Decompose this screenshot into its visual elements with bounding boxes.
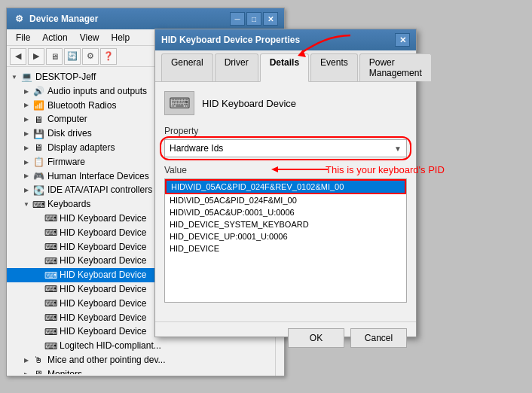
kbd5-label: HID Keyboard Device: [60, 269, 146, 282]
tab-power[interactable]: Power Management: [359, 53, 432, 81]
computer-node-icon: 🖥: [32, 114, 44, 126]
display-icon: 🖥: [32, 142, 44, 154]
tab-events[interactable]: Events: [310, 53, 358, 81]
kbd1-expand-icon: [34, 214, 43, 223]
properties-dialog: HID Keyboard Device Properties ✕ General…: [154, 29, 417, 337]
menu-action[interactable]: Action: [36, 31, 73, 44]
kbd7-expand-icon: [34, 299, 43, 308]
bluetooth-icon: 📶: [32, 99, 44, 111]
audio-icon: 🔊: [32, 85, 44, 97]
minimize-button[interactable]: ─: [230, 12, 245, 26]
tab-general[interactable]: General: [161, 53, 213, 81]
value-list[interactable]: HID\VID_05AC&PID_024F&REV_0102&MI_00 HID…: [164, 178, 407, 303]
value-row-4[interactable]: HID_DEVICE_UP:0001_U:0006: [165, 230, 406, 242]
device-icon-large: ⌨: [164, 91, 194, 115]
dialog-title: HID Keyboard Device Properties: [161, 35, 300, 45]
display-label: Display adapters: [47, 142, 115, 154]
firmware-label: Firmware: [47, 156, 85, 169]
kbd4-expand-icon: [34, 257, 43, 266]
dialog-title-bar: HID Keyboard Device Properties ✕: [155, 29, 416, 50]
toolbar-refresh[interactable]: 🔄: [64, 48, 81, 65]
kbd3-expand-icon: [34, 242, 43, 251]
kbd3-label: HID Keyboard Device: [60, 241, 146, 254]
value-label: Value: [164, 165, 407, 175]
ide-icon: 💽: [32, 184, 44, 196]
property-label: Property: [164, 126, 407, 136]
kbd6-icon: ⌨: [44, 283, 57, 295]
expand-disk-icon: ▶: [22, 129, 31, 139]
title-bar-buttons: ─ □ ✕: [230, 12, 278, 26]
ok-button[interactable]: OK: [288, 328, 344, 348]
disk-icon: 💾: [32, 128, 44, 140]
audio-label: Audio inputs and outputs: [47, 85, 147, 98]
tab-driver[interactable]: Driver: [215, 53, 258, 81]
dropdown-arrow-icon: ▼: [394, 145, 402, 153]
toolbar-properties[interactable]: ⚙: [82, 48, 99, 65]
kbd4-icon: ⌨: [44, 255, 57, 267]
kbd7-label: HID Keyboard Device: [60, 297, 146, 310]
toolbar-back[interactable]: ◀: [10, 48, 26, 65]
kbd2-expand-icon: [34, 228, 43, 237]
hid-icon: 🎮: [32, 170, 44, 182]
computer-label: Computer: [47, 113, 87, 126]
expand-display-icon: ▶: [22, 143, 31, 152]
cancel-button[interactable]: Cancel: [350, 328, 407, 348]
mice-icon: 🖱: [32, 354, 44, 366]
logitech-icon: ⌨: [44, 340, 57, 352]
device-header: ⌨ HID Keyboard Device: [164, 91, 407, 115]
dialog-body: ⌨ HID Keyboard Device Property Hardware …: [155, 82, 416, 321]
logitech-expand-icon: [34, 342, 43, 351]
value-row-0[interactable]: HID\VID_05AC&PID_024F&REV_0102&MI_00: [165, 179, 406, 194]
kbd7-icon: ⌨: [44, 297, 57, 309]
expand-mice-icon: ▶: [22, 355, 31, 364]
kbd8-icon: ⌨: [44, 312, 57, 324]
toolbar-forward[interactable]: ▶: [28, 48, 44, 65]
kbd8-label: HID Keyboard Device: [60, 312, 146, 324]
close-button[interactable]: ✕: [263, 12, 278, 26]
kbd9-expand-icon: [34, 328, 43, 337]
maximize-button[interactable]: □: [246, 12, 261, 26]
value-row-5[interactable]: HID_DEVICE: [165, 242, 406, 254]
menu-help[interactable]: Help: [105, 31, 136, 44]
device-manager-icon: ⚙: [13, 13, 25, 25]
value-row-1[interactable]: HID\VID_05AC&PID_024F&MI_00: [165, 194, 406, 206]
kbd2-label: HID Keyboard Device: [60, 227, 146, 239]
logitech-label: Logitech HID-compliant...: [60, 340, 161, 352]
expand-computer-icon: ▶: [22, 115, 31, 124]
tree-mice[interactable]: ▶ 🖱 Mice and other pointing dev...: [7, 353, 284, 367]
tree-monitors[interactable]: ▶ 🖥 Monitors: [7, 367, 284, 374]
kbd1-label: HID Keyboard Device: [60, 212, 146, 225]
bluetooth-label: Bluetooth Radios: [47, 99, 116, 112]
kbd1-icon: ⌨: [44, 212, 57, 224]
expand-monitors-icon: ▶: [22, 370, 31, 374]
hid-label: Human Interface Devices: [47, 170, 149, 183]
root-label: DESKTOP-Jeff: [35, 71, 96, 84]
keyboards-label: Keyboards: [47, 198, 90, 211]
ide-label: IDE ATA/ATAPI controllers: [47, 184, 152, 196]
kbd9-icon: ⌨: [44, 326, 57, 338]
tab-details[interactable]: Details: [260, 53, 309, 82]
expand-audio-icon: ▶: [22, 87, 31, 96]
dialog-close-button[interactable]: ✕: [395, 33, 410, 47]
disk-label: Disk drives: [47, 127, 92, 140]
device-manager-title: Device Manager: [29, 14, 98, 24]
kbd8-expand-icon: [34, 313, 43, 322]
menu-view[interactable]: View: [74, 31, 105, 44]
property-dropdown-wrapper: Hardware Ids ▼: [164, 139, 407, 157]
value-row-2[interactable]: HID\VID_05AC&UP:0001_U:0006: [165, 206, 406, 218]
monitors-icon: 🖥: [32, 368, 44, 374]
kbd5-icon: ⌨: [44, 270, 57, 282]
toolbar-help[interactable]: ❓: [100, 48, 117, 65]
kbd5-expand-icon: [34, 271, 43, 280]
property-dropdown[interactable]: Hardware Ids ▼: [164, 139, 407, 157]
property-selected-value: Hardware Ids: [170, 143, 223, 154]
menu-file[interactable]: File: [10, 31, 36, 44]
kbd3-icon: ⌨: [44, 241, 57, 253]
expand-root-icon: ▼: [10, 72, 19, 81]
value-row-3[interactable]: HID_DEVICE_SYSTEM_KEYBOARD: [165, 218, 406, 230]
expand-hid-icon: ▶: [22, 172, 31, 181]
toolbar-computer[interactable]: 🖥: [46, 48, 63, 65]
kbd4-label: HID Keyboard Device: [60, 254, 146, 267]
monitors-label: Monitors: [47, 368, 82, 374]
device-name: HID Keyboard Device: [202, 98, 296, 109]
